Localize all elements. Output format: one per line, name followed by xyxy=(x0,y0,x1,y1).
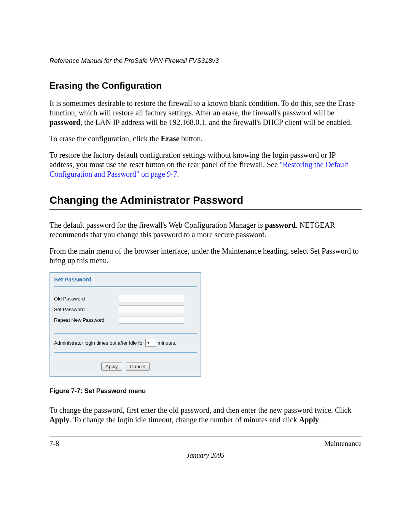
running-header: Reference Manual for the ProSafe VPN Fir… xyxy=(49,57,362,68)
figure-set-password: Set Password Old Password Set Password R… xyxy=(49,272,362,395)
row-set-password: Set Password xyxy=(50,304,201,315)
footer-section: Maintenance xyxy=(324,439,362,448)
row-old-password: Old Password xyxy=(50,293,201,304)
input-repeat-password[interactable] xyxy=(119,316,184,324)
text: . xyxy=(319,415,321,424)
paragraph: From the main menu of the browser interf… xyxy=(49,246,362,265)
figure-caption: Figure 7-7: Set Password menu xyxy=(49,387,362,395)
label-idle-timeout: Administrator login times out after idle… xyxy=(54,340,144,346)
set-password-panel: Set Password Old Password Set Password R… xyxy=(49,272,201,377)
page-footer: 7-8 Maintenance xyxy=(49,436,362,448)
text: To erase the configuration, click the xyxy=(49,134,161,143)
apply-button[interactable]: Apply xyxy=(101,363,122,371)
bold-text: password xyxy=(49,118,80,126)
paragraph: The default password for the firewall's … xyxy=(49,220,362,240)
divider xyxy=(54,286,197,287)
button-row: Apply Cancel xyxy=(50,356,201,376)
bold-text: Apply xyxy=(49,415,69,424)
label-set-password: Set Password xyxy=(54,307,119,312)
paragraph: To restore the factory default configura… xyxy=(49,150,362,179)
label-old-password: Old Password xyxy=(54,296,119,302)
row-repeat-password: Repeat New Password xyxy=(50,315,201,325)
label-minutes: minutes. xyxy=(158,340,176,346)
heading-erasing-configuration: Erasing the Configuration xyxy=(49,80,362,91)
label-repeat-password: Repeat New Password xyxy=(54,317,119,323)
bold-text: password xyxy=(265,221,296,229)
paragraph: To change the password, first enter the … xyxy=(49,406,362,425)
panel-title: Set Password xyxy=(50,273,201,284)
bold-text: Erase xyxy=(161,134,179,143)
text: . xyxy=(177,170,179,178)
input-idle-minutes[interactable]: 5 xyxy=(145,339,156,347)
footer-date: January 2005 xyxy=(49,452,362,460)
divider xyxy=(54,352,197,353)
input-set-password[interactable] xyxy=(119,305,184,313)
heading-changing-admin-password: Changing the Administrator Password xyxy=(49,194,362,210)
cancel-button[interactable]: Cancel xyxy=(126,363,150,371)
text: , the LAN IP address will be 192.168.0.1… xyxy=(80,118,352,126)
bold-text: Apply xyxy=(299,415,319,424)
paragraph: It is sometimes desirable to restore the… xyxy=(49,99,362,127)
paragraph: To erase the configuration, click the Er… xyxy=(49,134,362,144)
text: . To change the login idle timeout, chan… xyxy=(69,415,299,424)
row-idle-timeout: Administrator login times out after idle… xyxy=(50,337,201,348)
input-old-password[interactable] xyxy=(119,295,184,302)
text: To change the password, first enter the … xyxy=(49,406,351,414)
page-number: 7-8 xyxy=(49,439,59,448)
text: The default password for the firewall's … xyxy=(49,221,265,229)
divider xyxy=(54,333,197,334)
text: button. xyxy=(179,134,202,143)
text: It is sometimes desirable to restore the… xyxy=(49,99,355,117)
